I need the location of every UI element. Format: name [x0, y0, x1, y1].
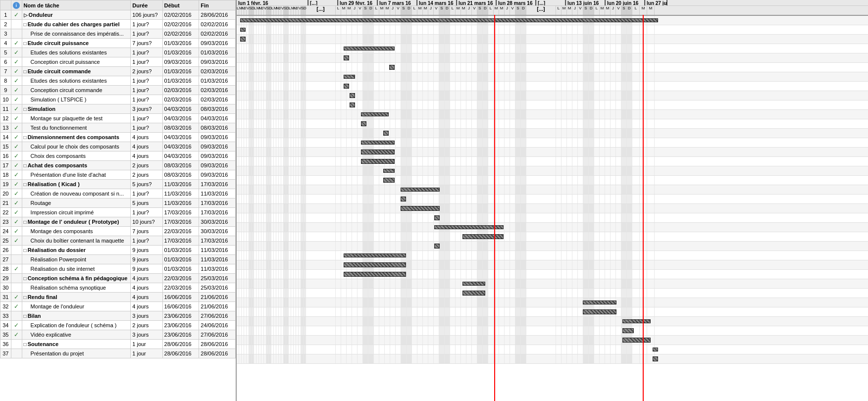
gantt-cell	[499, 185, 505, 194]
gantt-cell	[466, 185, 472, 194]
gantt-cell	[526, 44, 556, 53]
expand-icon[interactable]: □	[24, 135, 27, 140]
task-name-text: Présentation d'une liste d'achat	[31, 172, 106, 178]
gantt-cell	[488, 289, 494, 298]
gantt-cell	[352, 25, 357, 34]
gantt-cell	[616, 129, 621, 138]
gantt-cell	[605, 336, 611, 345]
gantt-cell	[526, 242, 556, 251]
gantt-cell	[605, 270, 611, 279]
gantt-cell	[434, 35, 439, 44]
expand-icon[interactable]: □	[24, 163, 27, 168]
gantt-cell	[499, 336, 505, 345]
gantt-cell	[423, 354, 428, 363]
gantt-cell	[445, 336, 450, 345]
gantt-cell	[556, 63, 562, 72]
gantt-cell	[445, 166, 450, 175]
gantt-cell	[445, 204, 450, 213]
gantt-cell	[611, 354, 616, 363]
gantt-cell	[472, 307, 477, 316]
row-check	[11, 20, 22, 29]
gantt-cell	[483, 82, 488, 91]
gantt-cell	[390, 354, 396, 363]
expand-icon[interactable]: □	[24, 248, 27, 253]
gantt-task-bar	[344, 272, 406, 277]
task-name-cell: Conception circuit puissance	[22, 57, 131, 67]
gantt-cell	[456, 129, 461, 138]
expand-icon[interactable]: □	[24, 41, 27, 46]
gantt-cell	[572, 100, 578, 109]
gantt-cell	[306, 260, 336, 269]
task-start: 11/03/2016	[162, 189, 199, 199]
expand-icon[interactable]: □	[24, 22, 27, 27]
task-name-text: Choix du boîtier contenant la maquette	[31, 238, 124, 244]
gantt-cell	[428, 270, 434, 279]
gantt-cell	[567, 53, 572, 62]
task-name-text: Rendu final	[28, 294, 57, 300]
gantt-row	[237, 317, 868, 326]
gantt-cell	[306, 63, 336, 72]
gantt-cell	[439, 63, 445, 72]
gantt-cell	[616, 53, 621, 62]
expand-icon[interactable]: □	[24, 182, 27, 187]
table-row: 7✓□Etude circuit commande2 jours?01/03/2…	[0, 67, 236, 76]
gantt-row	[237, 326, 868, 336]
gantt-day-label: J	[390, 6, 396, 15]
gantt-cell	[336, 307, 341, 316]
gantt-row	[237, 289, 868, 298]
gantt-cell	[445, 232, 450, 241]
expand-icon[interactable]: □	[24, 69, 27, 74]
gantt-summary-bar	[361, 112, 389, 116]
gantt-cell	[488, 176, 494, 185]
gantt-cell	[477, 336, 483, 345]
expand-icon[interactable]: □	[24, 276, 27, 281]
gantt-cell	[589, 35, 594, 44]
gantt-cell	[472, 354, 477, 363]
gantt-cell	[594, 213, 600, 222]
expand-icon[interactable]: □	[24, 313, 27, 319]
gantt-cell	[583, 129, 589, 138]
gantt-cell	[600, 289, 605, 298]
expand-icon[interactable]: □	[24, 295, 27, 300]
expand-icon[interactable]: □	[24, 106, 27, 112]
gantt-cell	[605, 345, 611, 354]
gantt-cell	[412, 110, 417, 119]
row-check: ✓	[11, 321, 22, 330]
gantt-cell	[407, 317, 412, 326]
gantt-cell	[621, 279, 627, 288]
expand-icon[interactable]: ▷	[24, 12, 28, 18]
gantt-cell	[499, 166, 505, 175]
expand-icon[interactable]: □	[24, 342, 27, 347]
gantt-cell	[499, 25, 505, 34]
gantt-cell	[347, 129, 352, 138]
task-end: 09/03/2016	[199, 57, 236, 67]
row-check: ✓	[11, 76, 22, 86]
gantt-cell	[616, 242, 621, 251]
gantt-cell	[600, 185, 605, 194]
gantt-cell	[515, 166, 521, 175]
row-check: ✓	[11, 217, 22, 227]
gantt-cell	[510, 72, 515, 81]
gantt-cell	[336, 129, 341, 138]
gantt-cell	[306, 91, 336, 100]
gantt-cell	[396, 129, 401, 138]
gantt-cell	[423, 326, 428, 335]
gantt-cell	[600, 100, 605, 109]
gantt-cell	[385, 72, 390, 81]
expand-icon[interactable]: □	[24, 219, 27, 225]
gantt-cell	[450, 185, 456, 194]
gantt-cell	[461, 148, 466, 156]
gantt-cell	[647, 326, 655, 335]
gantt-cell	[526, 260, 556, 269]
gantt-cell	[306, 44, 336, 53]
gantt-cell	[632, 242, 640, 251]
gantt-cell	[385, 35, 390, 44]
gantt-cell	[477, 307, 483, 316]
gantt-cell	[466, 53, 472, 62]
gantt-cell	[499, 91, 505, 100]
gantt-row	[237, 213, 868, 223]
gantt-cell	[621, 148, 627, 156]
gantt-cell	[505, 260, 510, 269]
gantt-day-label: M	[417, 6, 423, 15]
gantt-cell	[428, 138, 434, 147]
